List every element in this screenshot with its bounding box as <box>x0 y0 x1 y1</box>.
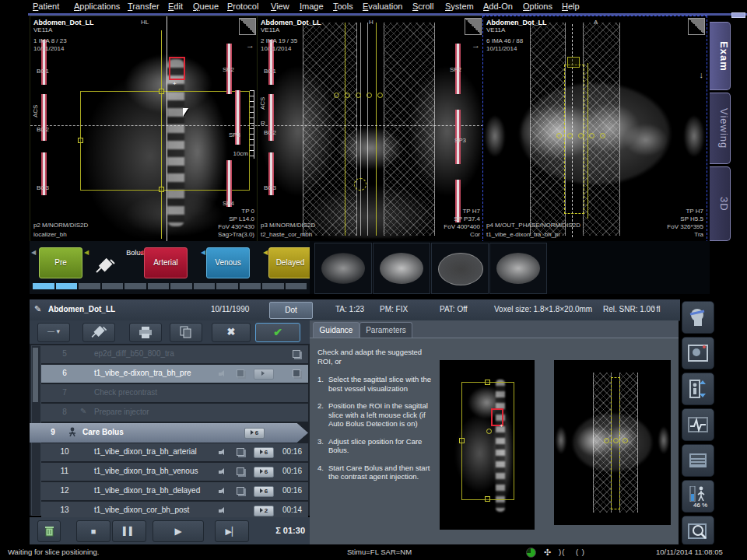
marker-dot[interactable] <box>345 93 350 98</box>
menu-protocol[interactable]: Protocol <box>227 2 258 11</box>
menu-options[interactable]: Options <box>523 2 552 11</box>
marker-dot[interactable] <box>578 133 584 138</box>
trash-button[interactable] <box>37 520 61 542</box>
marker-dot[interactable] <box>366 93 372 98</box>
menu-help[interactable]: Help <box>562 2 580 11</box>
slice-label: BO1 <box>264 68 276 75</box>
marker-dot[interactable] <box>356 93 361 98</box>
marker-dot[interactable] <box>589 133 594 138</box>
viewport-axial-selected[interactable]: Abdomen_Dot_LL VE11A 6 IMA 46 / 88 10/11… <box>482 16 707 243</box>
physio-button[interactable] <box>682 408 714 441</box>
bolus-slab-overlay[interactable] <box>564 65 584 214</box>
corner-fold-icon[interactable] <box>465 18 482 35</box>
viewport-sagittal[interactable]: + Abdomen_Dot_LL VE11A 1 IMA 8 / 23 10/1… <box>30 16 258 243</box>
param-string: p3 M/NORM/DIS2D <box>261 222 315 229</box>
exam-explorer-button[interactable] <box>682 444 714 477</box>
menu-view[interactable]: View <box>271 2 289 11</box>
bolus-roi-marker[interactable] <box>354 178 366 191</box>
edit-pencil-icon[interactable]: ✎ <box>34 304 41 314</box>
speaker-icon: ◀ <box>139 249 143 256</box>
guidance-image-axial[interactable] <box>554 360 671 525</box>
phase-venous-button[interactable]: Venous <box>206 247 250 278</box>
thumbnail-axial-2[interactable] <box>373 243 430 294</box>
corner-fold-icon[interactable] <box>688 18 705 35</box>
slice-label: BO2 <box>264 129 276 137</box>
protocol-row-9-active[interactable]: 9 Care Bolus 6 <box>30 423 308 443</box>
menu-bar: Patient Applications Transfer Edit Queue… <box>0 0 747 13</box>
marker-dot[interactable] <box>556 133 562 138</box>
protocol-row-11[interactable]: 11t1_vibe_dixon_tra_bh_venous 6 00:16 <box>41 463 308 481</box>
options-split-button[interactable]: — ▾ <box>37 323 70 342</box>
thumbnail-axial-1[interactable] <box>314 243 372 294</box>
marker-dot[interactable] <box>600 133 605 138</box>
tab-guidance[interactable]: Guidance <box>313 322 359 338</box>
guidance-image-sagittal[interactable]: + <box>440 360 535 530</box>
saturation-band <box>619 373 638 513</box>
slab-handle[interactable] <box>567 57 580 68</box>
menu-scroll[interactable]: Scroll <box>412 2 434 11</box>
image-loupe-button[interactable] <box>682 516 714 545</box>
fov-box-overlay[interactable] <box>80 91 250 191</box>
print-button[interactable] <box>129 323 162 342</box>
menu-edit[interactable]: Edit <box>168 2 183 11</box>
speaker-icon: ◀ <box>201 249 205 256</box>
protocol-row-5[interactable]: 5ep2d_diff_b50_800_tra <box>41 345 308 363</box>
tab-viewing[interactable]: Viewing <box>710 93 731 164</box>
apply-button[interactable]: ✔ <box>255 323 300 342</box>
tab-exam[interactable]: Exam <box>710 22 731 90</box>
menu-tools[interactable]: Tools <box>333 2 353 11</box>
thumbnail-axial-3[interactable] <box>431 243 489 294</box>
menu-transfer[interactable]: Transfer <box>128 2 160 11</box>
sar-percentage: 46 % <box>693 502 707 509</box>
table-position-button[interactable] <box>682 373 714 405</box>
scroll-knob[interactable] <box>731 12 745 18</box>
protocol-row-6[interactable]: 6t1_vibe_e-dixon_tra_bh_pre <box>41 365 308 383</box>
patient-view-button[interactable] <box>682 337 714 369</box>
copy-button[interactable] <box>170 323 202 342</box>
protocol-step-list: 5ep2d_diff_b50_800_tra 6t1_vibe_e-dixon_… <box>30 344 310 516</box>
protocol-row-8[interactable]: 8 ✎ Prepare injector <box>41 404 308 422</box>
arm-structure <box>684 116 704 156</box>
saturation-band <box>583 23 620 236</box>
menu-applications[interactable]: Applications <box>74 2 120 11</box>
protocol-row-7[interactable]: 7Check precontrast <box>41 384 308 402</box>
tab-parameters[interactable]: Parameters <box>359 322 412 338</box>
mri-console-window: Patient Applications Transfer Edit Queue… <box>0 0 747 560</box>
phase-arterial-button[interactable]: Arterial <box>144 247 188 278</box>
patient-dob: 10/11/1990 <box>211 305 249 313</box>
menu-system[interactable]: System <box>445 2 474 11</box>
marker-dot[interactable] <box>334 93 339 98</box>
protocol-row-10[interactable]: 10t1_vibe_dixon_tra_bh_arterial 6 00:16 <box>41 443 308 461</box>
skip-button[interactable]: ▶▏ <box>215 520 249 542</box>
contrast-syringe-button[interactable] <box>82 323 115 342</box>
handle-marker[interactable] <box>159 89 164 94</box>
head-coil-button[interactable] <box>682 301 714 334</box>
menu-addon[interactable]: Add-On <box>483 2 513 11</box>
dot-button[interactable]: Dot <box>269 302 313 319</box>
phase-delayed-button[interactable]: Delayed <box>268 247 312 278</box>
handle-marker[interactable] <box>159 187 164 192</box>
pause-button[interactable]: ▌▌ <box>112 520 146 542</box>
marker-dot[interactable] <box>377 93 383 98</box>
menu-image[interactable]: Image <box>300 2 324 11</box>
handle-marker[interactable] <box>78 138 83 143</box>
protocol-row-12[interactable]: 12t1_vibe_dixon_tra_bh_delayed 6 00:16 <box>41 482 308 500</box>
param-string: p2 M/NORM/DIS2D <box>33 222 88 229</box>
image-counter: 1 IMA 8 / 23 <box>33 37 67 45</box>
menu-queue[interactable]: Queue <box>193 2 219 11</box>
cancel-button[interactable]: ✖ <box>212 323 251 342</box>
menu-patient[interactable]: Patient <box>33 2 59 11</box>
thumbnail-axial-4[interactable] <box>489 243 547 294</box>
menu-evaluation[interactable]: Evaluation <box>363 2 402 11</box>
play-button[interactable]: ▶ <box>153 520 204 542</box>
care-bolus-roi[interactable] <box>169 57 185 80</box>
sar-monitor-button[interactable]: 46 % <box>682 480 714 513</box>
stop-button[interactable]: ■ <box>76 520 110 542</box>
tab-3d[interactable]: 3D <box>710 166 731 241</box>
corner-fold-icon[interactable] <box>239 18 256 35</box>
rel-snr: Rel. SNR: 1.00 <box>603 305 655 313</box>
viewport-coronal[interactable]: Abdomen_Dot_LL VE11A 2 IMA 19 / 35 10/11… <box>257 16 484 243</box>
phase-pre-button[interactable]: Pre <box>39 247 82 278</box>
marker-dot[interactable] <box>567 133 573 138</box>
voxel-size: Voxel size: 1.8×1.8×20.0mm <box>494 305 592 313</box>
